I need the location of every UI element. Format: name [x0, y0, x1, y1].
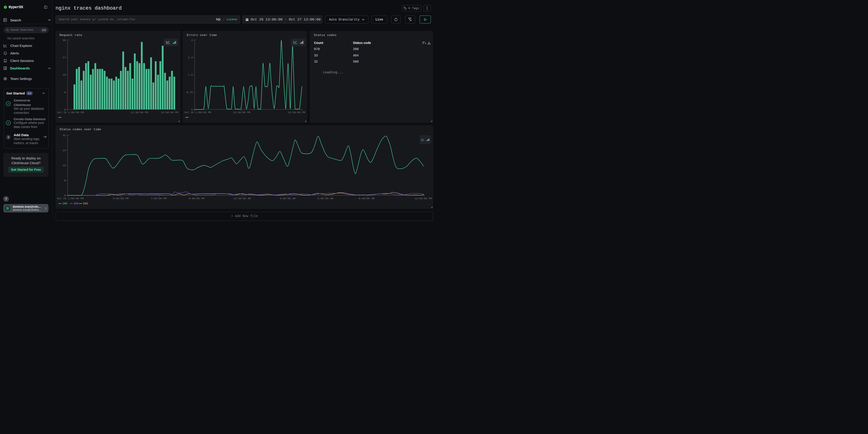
svg-text:1.5: 1.5: [188, 73, 193, 76]
svg-text:36: 36: [62, 39, 66, 42]
svg-text:3: 3: [191, 39, 193, 42]
svg-text:16: 16: [62, 164, 66, 167]
svg-text:12:30:00 PM: 12:30:00 PM: [288, 111, 305, 114]
svg-text:9:30:00 PM: 9:30:00 PM: [189, 197, 204, 200]
svg-text:404: 404: [73, 202, 79, 206]
svg-text:0: 0: [191, 108, 193, 111]
svg-text:2.3: 2.3: [188, 56, 193, 59]
svg-text:Oct 26 1:00:00 PM: Oct 26 1:00:00 PM: [57, 197, 84, 200]
svg-text:32: 32: [62, 134, 66, 137]
svg-text:Oct 26 1:00:00 PM: Oct 26 1:00:00 PM: [184, 111, 211, 114]
svg-text:12:30:00 PM: 12:30:00 PM: [161, 111, 178, 114]
svg-text:11:30:00 PM: 11:30:00 PM: [233, 111, 250, 114]
svg-text:0.75: 0.75: [186, 91, 193, 94]
svg-text:12:30:00 PM: 12:30:00 PM: [414, 197, 432, 200]
svg-text:8: 8: [64, 179, 66, 182]
svg-text:8:30:00 AM: 8:30:00 AM: [359, 197, 374, 200]
svg-text:500: 500: [83, 202, 88, 206]
svg-text:11:30:00 PM: 11:30:00 PM: [131, 111, 148, 114]
svg-text:18: 18: [62, 73, 66, 76]
svg-text:6:00:00 AM: 6:00:00 AM: [317, 197, 333, 200]
svg-text:24: 24: [62, 149, 66, 152]
svg-text:0: 0: [64, 194, 66, 197]
svg-text:200: 200: [62, 202, 67, 206]
svg-text:3:30:00 AM: 3:30:00 AM: [280, 197, 295, 200]
svg-text:27: 27: [62, 56, 66, 59]
svg-text:Oct 26 1:00:00 PM: Oct 26 1:00:00 PM: [57, 111, 84, 114]
svg-text:7:00:00 PM: 7:00:00 PM: [151, 197, 166, 200]
svg-text:4:30:00 PM: 4:30:00 PM: [113, 197, 128, 200]
svg-text:9: 9: [64, 91, 66, 94]
svg-text:12:30:00 AM: 12:30:00 AM: [234, 197, 251, 200]
svg-text:0: 0: [64, 108, 66, 111]
